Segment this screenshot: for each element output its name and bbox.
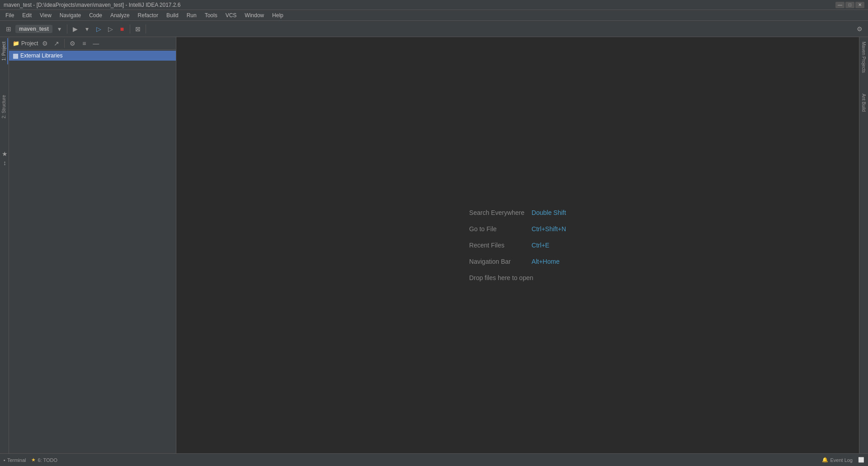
go-to-file-label: Go to File <box>469 225 528 233</box>
todo-icon: ★ <box>31 457 36 463</box>
filter-icon[interactable]: ≡ <box>79 38 89 48</box>
project-structure-button[interactable]: ⊞ <box>4 24 14 34</box>
content-area: 📁 Project ⚙ ↗ ⚙ ≡ — ▦ External Libraries <box>9 37 868 453</box>
menu-run[interactable]: Run <box>183 11 200 19</box>
hint-recent-files: Recent Files Ctrl+E <box>469 242 566 249</box>
event-log-icon: 🔔 <box>822 457 828 463</box>
menu-view[interactable]: View <box>36 11 55 19</box>
memory-icon: ⬜ <box>858 457 864 463</box>
menu-refactor[interactable]: Refactor <box>134 11 162 19</box>
status-bar: ▪ Terminal ★ 6: TODO 🔔 Event Log ⬜ <box>0 453 868 466</box>
terminal-icon: ▪ <box>4 457 5 463</box>
close-button[interactable]: ✕ <box>855 2 864 8</box>
settings-icon[interactable]: ⚙ <box>40 38 50 48</box>
event-log-label: Event Log <box>830 457 853 463</box>
build-panel-button[interactable]: ⊠ <box>133 24 143 34</box>
project-panel-header: 📁 Project ⚙ ↗ ⚙ ≡ — <box>9 37 176 50</box>
todo-label: 6: TODO <box>38 457 57 463</box>
search-everywhere-label: Search Everywhere <box>469 209 528 216</box>
maximize-button[interactable]: □ <box>845 2 854 8</box>
right-tab-ant[interactable]: Ant Build <box>860 91 867 114</box>
toolbar-separator-3 <box>146 24 146 33</box>
terminal-button[interactable]: ▪ Terminal <box>4 457 26 463</box>
panel-sep-1 <box>64 39 65 48</box>
window-controls: — □ ✕ <box>835 2 864 8</box>
editor-area: Search Everywhere Double Shift Go to Fil… <box>176 37 859 453</box>
hint-drop-files: Drop files here to open <box>469 274 566 281</box>
title-bar: maven_test - [D:\IdeaProjects\maven\mave… <box>0 0 868 10</box>
external-libraries-label: External Libraries <box>20 52 62 59</box>
toolbar-separator-2 <box>130 24 130 33</box>
gear-icon[interactable]: ⚙ <box>67 38 77 48</box>
stop-button[interactable]: ■ <box>117 24 127 34</box>
event-log-button[interactable]: 🔔 Event Log <box>822 457 853 463</box>
menu-analyze[interactable]: Analyze <box>107 11 133 19</box>
recent-files-key: Ctrl+E <box>532 242 549 249</box>
sidebar-item-project[interactable]: 1: Project <box>0 38 8 64</box>
right-tab-maven[interactable]: Maven Projects <box>860 39 867 76</box>
project-panel-title: Project <box>21 40 38 47</box>
hint-go-to-file: Go to File Ctrl+Shift+N <box>469 225 566 233</box>
settings-button[interactable]: ⚙ <box>854 24 864 34</box>
menu-build[interactable]: Build <box>163 11 182 19</box>
menu-navigate[interactable]: Navigate <box>56 11 85 19</box>
navigation-bar-key: Alt+Home <box>532 258 560 265</box>
menu-vcs[interactable]: VCS <box>222 11 241 19</box>
chevron-down-icon[interactable]: ▾ <box>54 24 64 34</box>
sidebar-item-favorites-icon[interactable]: ★ <box>0 149 9 158</box>
menu-window[interactable]: Window <box>241 11 268 19</box>
menu-file[interactable]: File <box>2 11 18 19</box>
tree-item-external-libraries[interactable]: ▦ External Libraries <box>9 51 176 61</box>
run-config-button[interactable]: ▾ <box>82 24 92 34</box>
sidebar-item-structure[interactable]: 2: Structure <box>0 91 8 122</box>
run-button[interactable]: ▶ <box>70 24 80 34</box>
debug-button[interactable]: ▷ <box>94 24 104 34</box>
todo-button[interactable]: ★ 6: TODO <box>31 457 57 463</box>
sidebar-item-version-control[interactable]: ↕ <box>1 158 7 167</box>
go-to-file-key: Ctrl+Shift+N <box>532 225 566 233</box>
memory-indicator[interactable]: ⬜ <box>858 457 864 463</box>
project-panel: 📁 Project ⚙ ↗ ⚙ ≡ — ▦ External Libraries <box>9 37 176 453</box>
menu-edit[interactable]: Edit <box>19 11 35 19</box>
terminal-label: Terminal <box>7 457 26 463</box>
library-icon: ▦ <box>13 52 19 59</box>
menu-code[interactable]: Code <box>85 11 106 19</box>
left-sidebar: 1: Project 2: Structure ★ ↕ <box>0 37 9 453</box>
toolbar-separator-1 <box>67 24 67 33</box>
navigation-bar-label: Navigation Bar <box>469 258 528 265</box>
title-text: maven_test - [D:\IdeaProjects\maven\mave… <box>4 2 181 8</box>
menu-help[interactable]: Help <box>269 11 287 19</box>
scroll-to-source-icon[interactable]: ↗ <box>52 38 61 48</box>
shortcut-hints: Search Everywhere Double Shift Go to Fil… <box>469 209 566 281</box>
main-container: 1: Project 2: Structure ★ ↕ 📁 Project ⚙ … <box>0 37 868 453</box>
toolbar: ⊞ maven_test ▾ ▶ ▾ ▷ ▷ ■ ⊠ ⚙ <box>0 21 868 37</box>
project-tree: ▦ External Libraries <box>9 50 176 453</box>
collapse-icon[interactable]: — <box>91 38 101 48</box>
project-selector[interactable]: maven_test <box>15 25 52 33</box>
hint-search-everywhere: Search Everywhere Double Shift <box>469 209 566 216</box>
recent-files-label: Recent Files <box>469 242 528 249</box>
menu-bar: File Edit View Navigate Code Analyze Ref… <box>0 10 868 21</box>
folder-icon: 📁 <box>13 40 19 47</box>
right-tabs: Maven Projects Ant Build <box>859 37 868 453</box>
minimize-button[interactable]: — <box>835 2 844 8</box>
drop-files-label: Drop files here to open <box>469 274 533 281</box>
run-coverage-button[interactable]: ▷ <box>105 24 115 34</box>
hint-navigation-bar: Navigation Bar Alt+Home <box>469 258 566 265</box>
menu-tools[interactable]: Tools <box>201 11 221 19</box>
search-everywhere-key: Double Shift <box>532 209 566 216</box>
